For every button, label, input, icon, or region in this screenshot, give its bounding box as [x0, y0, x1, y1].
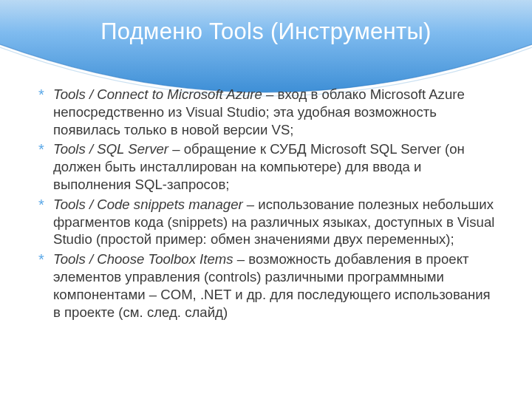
list-item: Tools / Choose Toolbox Items – возможнос… — [43, 250, 501, 321]
item-lead: Tools / Connect to Microsoft Azure — [53, 86, 262, 102]
item-lead: Tools / Code snippets manager — [53, 197, 243, 212]
item-lead: Tools / Choose Toolbox Items — [53, 251, 233, 267]
slide-content: Tools / Connect to Microsoft Azure – вхо… — [43, 86, 501, 323]
item-lead: Tools / SQL Server — [53, 141, 168, 157]
list-item: Tools / SQL Server – обращение к СУБД Mi… — [43, 140, 501, 193]
list-item: Tools / Connect to Microsoft Azure – вхо… — [43, 86, 501, 138]
slide: Подменю Tools (Инструменты) Tools / Conn… — [0, 0, 532, 399]
slide-title: Подменю Tools (Инструменты) — [0, 18, 532, 45]
list-item: Tools / Code snippets manager – использо… — [43, 196, 501, 248]
